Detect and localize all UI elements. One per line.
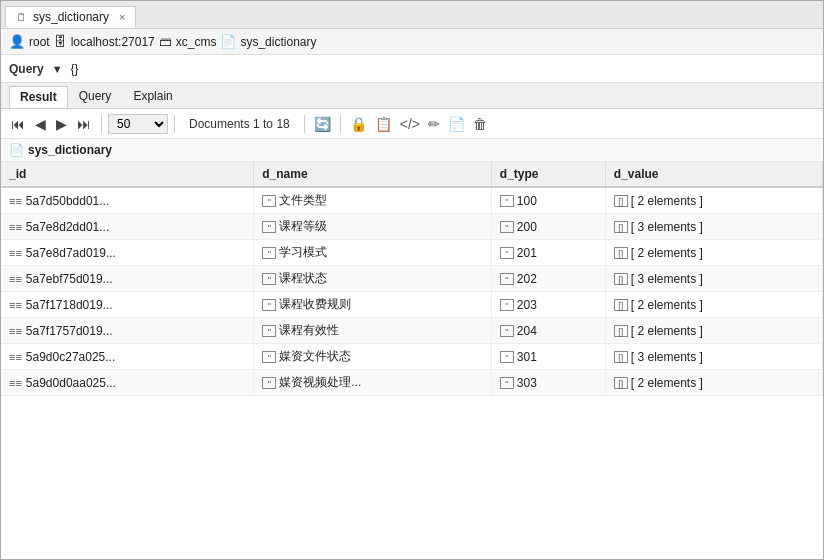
query-bar: Query ▼ [1, 55, 823, 83]
first-page-button[interactable]: ⏮ [7, 114, 29, 134]
tab-bar: 🗒 sys_dictionary × [1, 1, 823, 29]
table-row[interactable]: ≡≡5a9d0c27a025..."媒资文件状态"301[][ 3 elemen… [1, 344, 823, 370]
array-icon: [] [614, 377, 628, 389]
row-doc-icon: ≡≡ [9, 299, 22, 311]
col-dtype: d_type [491, 162, 605, 187]
lock-button[interactable]: 🔒 [347, 114, 370, 134]
cell-dvalue: [][ 2 elements ] [605, 292, 822, 318]
cell-dname: "文件类型 [254, 187, 492, 214]
refresh-button[interactable]: 🔄 [311, 114, 334, 134]
string-icon: " [500, 351, 514, 363]
row-doc-icon: ≡≡ [9, 325, 22, 337]
collection-label-row: 📄 sys_dictionary [1, 139, 823, 162]
col-id: _id [1, 162, 254, 187]
row-doc-icon: ≡≡ [9, 377, 22, 389]
cell-id: ≡≡5a9d0c27a025... [1, 344, 254, 370]
cell-dtype: "301 [491, 344, 605, 370]
table-row[interactable]: ≡≡5a7d50bdd01..."文件类型"100[][ 2 elements … [1, 187, 823, 214]
cell-dname: "课程有效性 [254, 318, 492, 344]
array-icon: [] [614, 273, 628, 285]
sep-1 [101, 115, 102, 133]
string-icon: " [262, 351, 276, 363]
sep-4 [340, 115, 341, 133]
array-icon: [] [614, 221, 628, 233]
copy-button[interactable]: 📄 [445, 114, 468, 134]
cell-id: ≡≡5a7f1718d019... [1, 292, 254, 318]
main-window: 🗒 sys_dictionary × 👤 root 🗄 localhost:27… [0, 0, 824, 560]
collection-table-icon: 📄 [9, 143, 24, 157]
row-doc-icon: ≡≡ [9, 273, 22, 285]
cell-dtype: "100 [491, 187, 605, 214]
breadcrumb-db: xc_cms [176, 35, 217, 49]
array-icon: [] [614, 325, 628, 337]
cell-dname: "媒资视频处理... [254, 370, 492, 396]
col-dvalue: d_value [605, 162, 822, 187]
tab-result[interactable]: Result [9, 86, 68, 108]
cell-dvalue: [][ 3 elements ] [605, 344, 822, 370]
tab-sys-dictionary[interactable]: 🗒 sys_dictionary × [5, 6, 136, 28]
breadcrumb-user: root [29, 35, 50, 49]
table-row[interactable]: ≡≡5a9d0d0aa025..."媒资视频处理..."303[][ 2 ele… [1, 370, 823, 396]
cell-id: ≡≡5a7d50bdd01... [1, 187, 254, 214]
cell-id: ≡≡5a7ebf75d019... [1, 266, 254, 292]
tab-query[interactable]: Query [68, 85, 123, 106]
collection-icon: 🗒 [16, 11, 27, 23]
data-table: _id d_name d_type d_value ≡≡5a7d50bdd01.… [1, 162, 823, 396]
string-icon: " [500, 377, 514, 389]
table-row[interactable]: ≡≡5a7e8d2dd01..."课程等级"200[][ 3 elements … [1, 214, 823, 240]
string-icon: " [262, 221, 276, 233]
cell-dtype: "204 [491, 318, 605, 344]
cell-dtype: "201 [491, 240, 605, 266]
query-dropdown-button[interactable]: ▼ [50, 63, 65, 75]
table-row[interactable]: ≡≡5a7f1718d019..."课程收费规则"203[][ 2 elemen… [1, 292, 823, 318]
db-icon: 🗃 [159, 34, 172, 49]
collection-bc-icon: 📄 [220, 34, 236, 49]
string-icon: " [262, 247, 276, 259]
tab-close-button[interactable]: × [119, 11, 125, 23]
string-icon: " [262, 325, 276, 337]
table-row[interactable]: ≡≡5a7f1757d019..."课程有效性"204[][ 2 element… [1, 318, 823, 344]
cell-dname: "课程状态 [254, 266, 492, 292]
query-input[interactable] [71, 62, 815, 76]
cell-id: ≡≡5a9d0d0aa025... [1, 370, 254, 396]
last-page-button[interactable]: ⏭ [73, 114, 95, 134]
code-button[interactable]: </> [397, 114, 423, 134]
tab-explain[interactable]: Explain [122, 85, 183, 106]
table-container: _id d_name d_type d_value ≡≡5a7d50bdd01.… [1, 162, 823, 559]
string-icon: " [262, 273, 276, 285]
cell-dvalue: [][ 3 elements ] [605, 266, 822, 292]
row-doc-icon: ≡≡ [9, 247, 22, 259]
cell-dtype: "203 [491, 292, 605, 318]
row-doc-icon: ≡≡ [9, 195, 22, 207]
cell-id: ≡≡5a7f1757d019... [1, 318, 254, 344]
doc-info: Documents 1 to 18 [189, 117, 290, 131]
edit-button[interactable]: ✏ [425, 114, 443, 134]
table-row[interactable]: ≡≡5a7ebf75d019..."课程状态"202[][ 3 elements… [1, 266, 823, 292]
next-page-button[interactable]: ▶ [52, 114, 71, 134]
page-size-select[interactable]: 50 100 200 [108, 114, 168, 134]
cell-dtype: "202 [491, 266, 605, 292]
breadcrumb-collection: sys_dictionary [240, 35, 316, 49]
cell-dvalue: [][ 2 elements ] [605, 240, 822, 266]
toolbar: ⏮ ◀ ▶ ⏭ 50 100 200 Documents 1 to 18 🔄 🔒… [1, 109, 823, 139]
cell-id: ≡≡5a7e8d2dd01... [1, 214, 254, 240]
cell-dname: "学习模式 [254, 240, 492, 266]
prev-page-button[interactable]: ◀ [31, 114, 50, 134]
user-icon: 👤 [9, 34, 25, 49]
delete-button[interactable]: 🗑 [470, 114, 490, 134]
table-row[interactable]: ≡≡5a7e8d7ad019..."学习模式"201[][ 2 elements… [1, 240, 823, 266]
breadcrumb-bar: 👤 root 🗄 localhost:27017 🗃 xc_cms 📄 sys_… [1, 29, 823, 55]
query-label: Query [9, 62, 44, 76]
string-icon: " [262, 195, 276, 207]
cell-dtype: "303 [491, 370, 605, 396]
cell-dvalue: [][ 2 elements ] [605, 187, 822, 214]
add-button[interactable]: 📋 [372, 114, 395, 134]
array-icon: [] [614, 195, 628, 207]
table-header-row: _id d_name d_type d_value [1, 162, 823, 187]
cell-dvalue: [][ 2 elements ] [605, 318, 822, 344]
string-icon: " [262, 299, 276, 311]
row-doc-icon: ≡≡ [9, 221, 22, 233]
string-icon: " [500, 221, 514, 233]
row-doc-icon: ≡≡ [9, 351, 22, 363]
array-icon: [] [614, 351, 628, 363]
